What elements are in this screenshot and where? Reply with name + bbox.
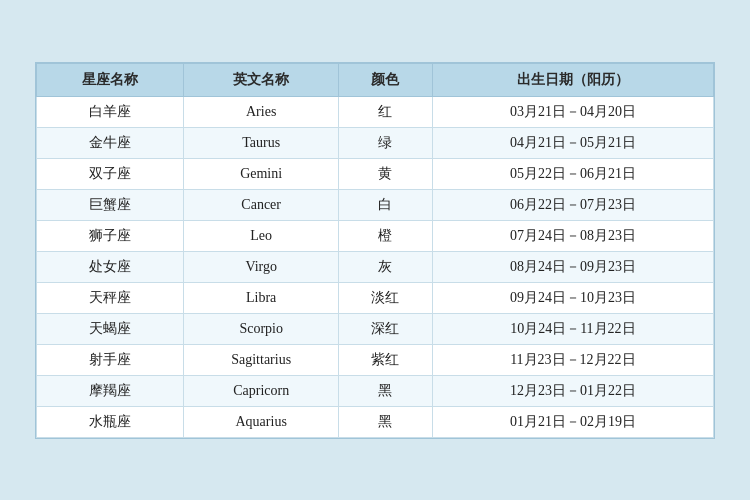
table-cell-3-2: 白 xyxy=(339,189,433,220)
table-cell-5-2: 灰 xyxy=(339,251,433,282)
table-cell-9-0: 摩羯座 xyxy=(37,375,184,406)
table-cell-0-1: Aries xyxy=(184,96,339,127)
column-header-0: 星座名称 xyxy=(37,63,184,96)
table-cell-3-3: 06月22日－07月23日 xyxy=(432,189,713,220)
table-row: 巨蟹座Cancer白06月22日－07月23日 xyxy=(37,189,714,220)
table-cell-0-2: 红 xyxy=(339,96,433,127)
table-cell-7-0: 天蝎座 xyxy=(37,313,184,344)
table-row: 处女座Virgo灰08月24日－09月23日 xyxy=(37,251,714,282)
table-cell-8-2: 紫红 xyxy=(339,344,433,375)
table-cell-8-1: Sagittarius xyxy=(184,344,339,375)
zodiac-table-container: 星座名称英文名称颜色出生日期（阳历） 白羊座Aries红03月21日－04月20… xyxy=(35,62,715,439)
table-cell-9-2: 黑 xyxy=(339,375,433,406)
table-row: 射手座Sagittarius紫红11月23日－12月22日 xyxy=(37,344,714,375)
table-row: 天秤座Libra淡红09月24日－10月23日 xyxy=(37,282,714,313)
table-row: 金牛座Taurus绿04月21日－05月21日 xyxy=(37,127,714,158)
table-cell-8-0: 射手座 xyxy=(37,344,184,375)
table-cell-3-0: 巨蟹座 xyxy=(37,189,184,220)
table-cell-5-1: Virgo xyxy=(184,251,339,282)
table-cell-6-0: 天秤座 xyxy=(37,282,184,313)
table-row: 水瓶座Aquarius黑01月21日－02月19日 xyxy=(37,406,714,437)
table-cell-2-1: Gemini xyxy=(184,158,339,189)
table-cell-6-2: 淡红 xyxy=(339,282,433,313)
table-row: 双子座Gemini黄05月22日－06月21日 xyxy=(37,158,714,189)
table-cell-3-1: Cancer xyxy=(184,189,339,220)
table-cell-2-2: 黄 xyxy=(339,158,433,189)
table-row: 狮子座Leo橙07月24日－08月23日 xyxy=(37,220,714,251)
table-cell-7-1: Scorpio xyxy=(184,313,339,344)
table-cell-0-3: 03月21日－04月20日 xyxy=(432,96,713,127)
table-cell-10-0: 水瓶座 xyxy=(37,406,184,437)
column-header-1: 英文名称 xyxy=(184,63,339,96)
table-cell-1-2: 绿 xyxy=(339,127,433,158)
column-header-2: 颜色 xyxy=(339,63,433,96)
table-cell-6-1: Libra xyxy=(184,282,339,313)
table-row: 白羊座Aries红03月21日－04月20日 xyxy=(37,96,714,127)
table-cell-10-1: Aquarius xyxy=(184,406,339,437)
table-cell-4-1: Leo xyxy=(184,220,339,251)
table-cell-0-0: 白羊座 xyxy=(37,96,184,127)
table-cell-4-3: 07月24日－08月23日 xyxy=(432,220,713,251)
table-cell-6-3: 09月24日－10月23日 xyxy=(432,282,713,313)
table-cell-2-0: 双子座 xyxy=(37,158,184,189)
table-cell-5-0: 处女座 xyxy=(37,251,184,282)
table-cell-8-3: 11月23日－12月22日 xyxy=(432,344,713,375)
table-cell-9-3: 12月23日－01月22日 xyxy=(432,375,713,406)
table-cell-9-1: Capricorn xyxy=(184,375,339,406)
table-header-row: 星座名称英文名称颜色出生日期（阳历） xyxy=(37,63,714,96)
table-cell-7-3: 10月24日－11月22日 xyxy=(432,313,713,344)
table-cell-10-2: 黑 xyxy=(339,406,433,437)
table-row: 天蝎座Scorpio深红10月24日－11月22日 xyxy=(37,313,714,344)
table-cell-5-3: 08月24日－09月23日 xyxy=(432,251,713,282)
table-cell-4-0: 狮子座 xyxy=(37,220,184,251)
table-cell-2-3: 05月22日－06月21日 xyxy=(432,158,713,189)
column-header-3: 出生日期（阳历） xyxy=(432,63,713,96)
table-row: 摩羯座Capricorn黑12月23日－01月22日 xyxy=(37,375,714,406)
zodiac-table: 星座名称英文名称颜色出生日期（阳历） 白羊座Aries红03月21日－04月20… xyxy=(36,63,714,438)
table-cell-1-3: 04月21日－05月21日 xyxy=(432,127,713,158)
table-cell-4-2: 橙 xyxy=(339,220,433,251)
table-cell-1-0: 金牛座 xyxy=(37,127,184,158)
table-cell-1-1: Taurus xyxy=(184,127,339,158)
table-cell-10-3: 01月21日－02月19日 xyxy=(432,406,713,437)
table-cell-7-2: 深红 xyxy=(339,313,433,344)
